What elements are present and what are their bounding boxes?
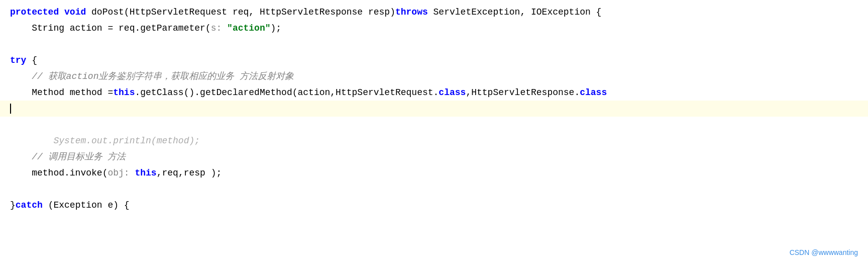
kw-try: try — [10, 53, 26, 68]
param-hint-obj: obj: — [107, 166, 129, 181]
code-editor: protected void doPost(HttpServletRequest… — [0, 0, 868, 263]
csdn-watermark: CSDN @wwwwanting — [790, 247, 858, 258]
code-line-8 — [0, 117, 868, 133]
gray-sysout: System.out.println(method); — [53, 134, 200, 148]
kw-class-2: class — [580, 85, 607, 100]
code-line-9: System.out.println(method); — [0, 133, 868, 149]
code-line-1: protected void doPost(HttpServletRequest… — [0, 4, 868, 20]
code-line-12 — [0, 181, 868, 197]
code-line-4: try { — [0, 52, 868, 68]
text-cursor — [10, 104, 11, 114]
code-line-2: String action = req.getParameter( s: "ac… — [0, 20, 868, 36]
code-line-6: Method method = this .getClass().getDecl… — [0, 84, 868, 101]
code-line-11: method.invoke( obj: this ,req,resp ); — [0, 165, 868, 181]
kw-this-2: this — [135, 166, 156, 181]
kw-void: void — [64, 5, 86, 20]
code-line-5: // 获取action业务鉴别字符串，获取相应的业务 方法反射对象 — [0, 68, 868, 84]
code-line-10: // 调用目标业务 方法 — [0, 149, 868, 165]
kw-protected: protected — [10, 5, 59, 20]
code-line-13: } catch (Exception e) { — [0, 197, 868, 213]
comment-line5: // 获取action业务鉴别字符串，获取相应的业务 方法反射对象 — [32, 69, 294, 84]
kw-throws: throws — [395, 5, 428, 20]
param-hint-s: s: — [211, 21, 222, 36]
comment-line10: // 调用目标业务 方法 — [32, 150, 126, 164]
code-line-7[interactable] — [0, 101, 868, 117]
code-line-3 — [0, 36, 868, 52]
kw-class-1: class — [439, 85, 466, 100]
kw-catch: catch — [16, 198, 43, 213]
string-action: "action" — [227, 21, 270, 36]
kw-this-1: this — [113, 85, 135, 100]
